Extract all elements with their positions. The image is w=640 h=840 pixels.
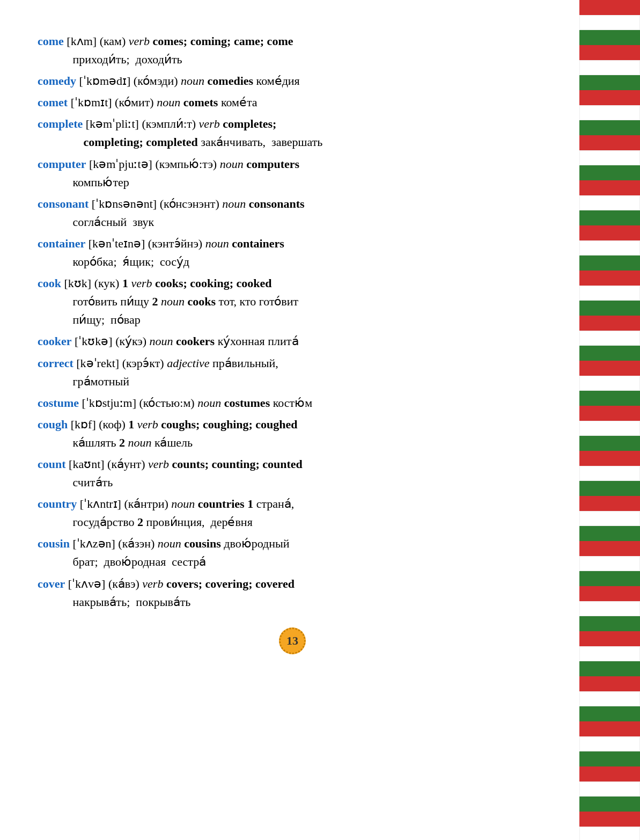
border-stripe-2 [579,15,640,30]
page-container: come [kʌm] (кам) verb comes; coming; cam… [0,0,640,840]
border-stripe-4 [579,45,640,60]
entry-costume: costume [ˈkɒstjuːm] (ко́стью:м) noun cos… [38,394,547,412]
border-stripe-11 [579,150,640,165]
entry-cough: cough [kɒf] (коф) 1 verb coughs; coughin… [38,415,547,452]
page-number: 13 [279,627,306,654]
border-stripe-16 [579,225,640,240]
entry-correct: correct [kəˈrekt] (кэрэ́кт) adjective пр… [38,354,547,391]
word-cooker: cooker [38,334,72,348]
entry-country: country [ˈkʌntrɪ] (ка́нтри) noun countri… [38,495,547,531]
entry-cooker: cooker [ˈkʊkə] (ку́кэ) noun cookers ку́х… [38,332,547,350]
entry-computer: computer [kəmˈpjuːtə] (кэмпью́:тэ) noun … [38,155,547,192]
border-stripe-42 [579,616,640,631]
entry-come: come [kʌm] (кам) verb comes; coming; cam… [38,32,547,69]
word-cousin: cousin [38,537,70,550]
entry-container: container [kənˈteɪnə] (кэнтэ́йнэ) noun c… [38,235,547,271]
entry-cook: cook [kʊk] (кук) 1 verb cooks; cooking; … [38,274,547,329]
border-stripe-17 [579,240,640,255]
border-stripe-46 [579,676,640,691]
word-cough: cough [38,418,68,431]
border-stripe-37 [579,541,640,556]
border-stripe-53 [579,781,640,797]
border-stripe-9 [579,120,640,135]
word-count: count [38,457,66,471]
word-comedy: comedy [38,74,76,87]
border-stripe-49 [579,721,640,736]
border-stripe-12 [579,165,640,180]
border-stripe-34 [579,496,640,511]
word-complete: complete [38,117,83,130]
word-come: come [38,34,64,48]
border-stripe-22 [579,316,640,331]
border-stripe-23 [579,331,640,346]
border-stripe-44 [579,646,640,661]
border-stripe-41 [579,601,640,616]
border-stripe-45 [579,661,640,676]
border-stripe-6 [579,75,640,90]
border-stripe-27 [579,391,640,406]
word-costume: costume [38,396,79,410]
border-stripe-55 [579,812,640,827]
border-stripe-26 [579,376,640,391]
border-stripe-50 [579,736,640,751]
page-number-container: 13 [38,627,547,654]
border-stripe-38 [579,556,640,571]
word-cover: cover [38,577,65,590]
right-border [579,0,640,840]
border-stripe-56 [579,827,640,840]
border-stripe-47 [579,691,640,706]
border-stripe-54 [579,797,640,812]
border-stripe-52 [579,766,640,781]
border-stripe-30 [579,436,640,451]
border-stripe-8 [579,105,640,120]
border-stripe-21 [579,301,640,316]
entry-consonant: consonant [ˈkɒnsənənt] (ко́нсэнэнт) noun… [38,195,547,231]
border-stripe-35 [579,511,640,526]
border-stripe-51 [579,751,640,766]
border-stripe-5 [579,60,640,75]
entry-cousin: cousin [ˈkʌzən] (ка́зэн) noun cousins дв… [38,535,547,571]
entry-comet: comet [ˈkɒmɪt] (ко́мит) noun comets коме… [38,93,547,112]
border-stripe-31 [579,451,640,466]
border-stripe-29 [579,421,640,436]
border-stripe-7 [579,90,640,105]
word-correct: correct [38,356,73,370]
border-stripe-15 [579,210,640,225]
border-stripe-48 [579,706,640,721]
border-stripe-20 [579,286,640,301]
word-cook: cook [38,276,61,290]
border-stripe-32 [579,466,640,481]
border-stripe-24 [579,346,640,361]
border-stripe-40 [579,586,640,601]
word-country: country [38,497,77,510]
word-consonant: consonant [38,197,89,210]
border-stripe-39 [579,571,640,586]
border-stripe-3 [579,30,640,45]
border-stripe-28 [579,406,640,421]
border-stripe-10 [579,135,640,150]
border-stripe-14 [579,195,640,210]
border-stripe-13 [579,180,640,195]
entry-cover: cover [ˈkʌvə] (ка́вэ) verb covers; cover… [38,575,547,611]
border-stripe-36 [579,526,640,541]
border-stripe-43 [579,631,640,646]
entry-count: count [kaʊnt] (ка́унт) verb counts; coun… [38,455,547,492]
border-stripe-33 [579,481,640,496]
word-container: container [38,237,85,250]
word-comet: comet [38,96,68,109]
word-computer: computer [38,157,86,171]
border-stripe-25 [579,361,640,376]
border-stripe-1 [579,0,640,15]
content-area: come [kʌm] (кам) verb comes; coming; cam… [0,0,579,840]
entry-complete: complete [kəmˈpliːt] (кэмпли́:т) verb co… [38,115,547,151]
entry-comedy: comedy [ˈkɒmədɪ] (ко́мэди) noun comedies… [38,72,547,90]
border-stripe-18 [579,255,640,271]
border-stripe-19 [579,271,640,286]
